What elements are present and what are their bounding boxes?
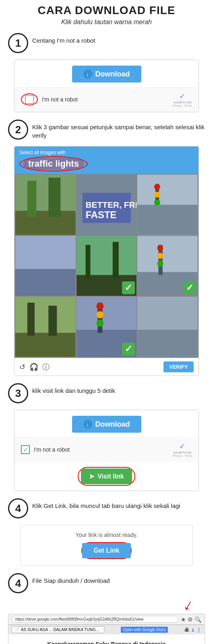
step-number-2: 2 (8, 120, 28, 140)
url-display: https://drive.google.com/file/d/8808mcGx… (12, 616, 178, 623)
svg-rect-3 (48, 178, 60, 217)
step-text-4: Klik Get Link, bila muncul tab baru ulan… (32, 498, 180, 510)
captcha-cell-2[interactable]: BETTER, FRE FASTE (77, 175, 137, 235)
recaptcha-checkbox-1[interactable] (25, 95, 34, 104)
recaptcha-badge-1: ✓ reCAPTCHA Privacy - Terms (173, 92, 192, 107)
tab-filename-text: AS SUKU AGA ... DALAM BINDKA TUNGGAL IKA… (21, 627, 101, 632)
browser-address-bar: https://drive.google.com/file/d/8808mcGx… (8, 614, 205, 625)
captcha-cell-9[interactable] (137, 297, 198, 357)
almost-ready-text: Your link is almost ready. (29, 532, 184, 538)
visit-link-button[interactable]: ➤ Visit link (81, 469, 132, 484)
svg-rect-27 (15, 333, 76, 357)
arrow-down-icon: ↓ (181, 595, 197, 615)
svg-point-33 (96, 303, 103, 310)
info-icon[interactable]: ⓘ (42, 362, 50, 372)
recaptcha-checkbox-3[interactable]: ✓ (21, 445, 30, 454)
svg-rect-29 (48, 306, 57, 336)
svg-rect-19 (112, 242, 118, 278)
step-2: 2 Klik 3 gambar sesuai petunjuk sampai b… (8, 120, 205, 140)
svg-point-11 (154, 184, 160, 190)
recaptcha-row-1: I'm not a robot ✓ reCAPTCHA Privacy - Te… (14, 87, 199, 112)
refresh-icon[interactable]: ↺ (19, 363, 25, 372)
recaptcha-oval-1 (21, 93, 38, 105)
step-number-4: 4 (8, 498, 28, 518)
svg-point-25 (157, 260, 163, 266)
step-text-3: klik visit link dan tunggu 5 detik (32, 383, 115, 395)
screenshot-3: ↓ Download ✓ I'm not a robot ✓ reCAPTCHA… (14, 410, 199, 491)
step-4b: 4 File Siap diunduh / download (8, 573, 205, 593)
svg-rect-1 (15, 211, 76, 235)
tab-filename: 📄 AS SUKU AGA ... DALAM BINDKA TUNGGAL I… (12, 626, 104, 633)
step-number-4b: 4 (8, 573, 28, 593)
screenshot-1: ↓ Download I'm not a robot ✓ reCAPTCHA P… (14, 60, 199, 112)
page-container: CARA DOWNLOAD FILE Klik dahulu tautan wa… (0, 0, 213, 644)
step-1: 1 Centang I'm not a robot (8, 33, 205, 53)
bookmark-icon[interactable]: ★ (181, 616, 186, 623)
svg-point-23 (157, 245, 163, 251)
step-text-1: Centang I'm not a robot (32, 33, 95, 45)
download-button-1[interactable]: ↓ Download (72, 66, 141, 83)
captcha-challenge-oval: traffic lights (19, 156, 88, 171)
recaptcha-logo-1: ✓ (179, 92, 185, 101)
arrow-container: ↓ (8, 596, 205, 614)
svg-rect-2 (27, 181, 36, 217)
print-icon[interactable]: 🖶 (184, 627, 189, 633)
svg-rect-15 (15, 269, 76, 296)
captcha-header: Select all images with traffic lights (14, 147, 199, 174)
captcha-cell-4[interactable] (15, 236, 76, 296)
visit-link-container: ➤ Visit link (14, 462, 199, 491)
tab-actions: 🖶 ⤓ ⋮ (184, 627, 201, 633)
audio-icon[interactable]: 🎧 (29, 363, 38, 372)
download-area-1: ↓ Download (14, 60, 199, 87)
svg-rect-18 (85, 245, 90, 278)
download-label-1: Download (95, 70, 130, 78)
captcha-cell-8[interactable]: ✓ (77, 297, 137, 357)
get-link-button[interactable]: Get Link (82, 543, 130, 558)
recaptcha-badge-3: ✓ reCAPTCHA Privacy - Terms (173, 442, 192, 457)
doc-title: Keanekaragaman Suku Bangsa di Indonesia (15, 641, 198, 644)
svg-rect-28 (27, 303, 35, 336)
browser-icons: ★ ⚙ 🔍 (181, 616, 201, 623)
step-4: 4 Klik Get Link, bila muncul tab baru ul… (8, 498, 205, 518)
captcha-cell-6[interactable]: ✓ (137, 236, 198, 296)
verify-button[interactable]: VERIFY (163, 361, 194, 372)
download-button-3[interactable]: ↓ Download (72, 416, 141, 433)
captcha-cell-7[interactable] (15, 297, 76, 357)
svg-rect-9 (137, 205, 198, 235)
recaptcha-label-1: I'm not a robot (42, 96, 169, 103)
step-number-1: 1 (8, 33, 28, 53)
more-icon[interactable]: ⋮ (196, 627, 201, 633)
download-icon-1: ↓ (83, 70, 92, 78)
step-number-3: 3 (8, 383, 28, 403)
captcha-check-8: ✓ (122, 343, 135, 355)
main-title: CARA DOWNLOAD FILE (8, 4, 205, 17)
captcha-check-5: ✓ (122, 281, 135, 294)
captcha-footer: ↺ 🎧 ⓘ VERIFY (14, 358, 199, 376)
visit-link-oval: ➤ Visit link (78, 467, 135, 486)
open-gdocs-button[interactable]: Open with Google Docs (121, 627, 168, 633)
step-3: 3 klik visit link dan tunggu 5 detik (8, 383, 205, 403)
svg-text:BETTER, FRE: BETTER, FRE (85, 200, 136, 209)
search-icon[interactable]: 🔍 (194, 616, 201, 623)
captcha-check-6: ✓ (183, 281, 196, 294)
svg-point-12 (154, 192, 160, 198)
get-link-box: Your link is almost ready. Get Link (20, 525, 193, 566)
download-label-3: Download (95, 420, 130, 429)
svg-point-34 (96, 311, 103, 318)
download-area-3: ↓ Download (14, 410, 199, 438)
doc-icon: 📄 (14, 627, 19, 632)
settings-icon[interactable]: ⚙ (188, 616, 193, 623)
get-link-oval: Get Link (81, 542, 131, 559)
captcha-select-text: Select all images with (19, 150, 194, 155)
recaptcha-brand-3: reCAPTCHA (173, 451, 191, 454)
recaptcha-brand-1: reCAPTCHA (173, 101, 191, 104)
svg-point-24 (157, 253, 163, 259)
svg-rect-37 (137, 330, 198, 357)
svg-text:FASTE: FASTE (85, 209, 116, 220)
captcha-cell-1[interactable] (15, 175, 76, 235)
recaptcha-row-3: ✓ I'm not a robot ✓ reCAPTCHA Privacy - … (14, 438, 199, 462)
download-tab-icon[interactable]: ⤓ (191, 627, 195, 633)
captcha-cell-5[interactable]: ✓ (77, 236, 137, 296)
captcha-cell-3[interactable] (137, 175, 198, 235)
main-subtitle: Klik dahulu tautan warna merah (8, 19, 205, 26)
